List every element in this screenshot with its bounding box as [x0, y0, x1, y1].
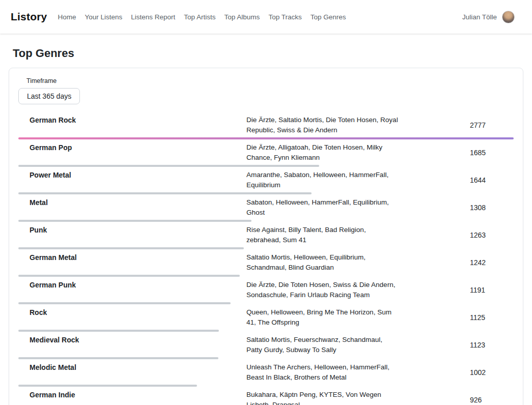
- genre-row: Power Metal Amaranthe, Sabaton, Hellowee…: [18, 167, 514, 194]
- navbar: Listory HomeYour ListensListens ReportTo…: [0, 0, 532, 34]
- genre-listen-count: 1685: [470, 149, 514, 157]
- genre-name: German Punk: [18, 280, 246, 290]
- nav-link-top-tracks[interactable]: Top Tracks: [268, 13, 301, 21]
- genre-row: Melodic Metal Unleash The Archers, Hello…: [18, 359, 514, 387]
- genre-artists: Unleash The Archers, Helloween, HammerFa…: [246, 362, 399, 383]
- genre-listen-count: 1644: [470, 176, 514, 184]
- user-menu[interactable]: Julian Tölle: [462, 11, 515, 23]
- genre-listen-count: 1308: [470, 204, 514, 212]
- genre-listen-count: 1125: [470, 313, 514, 322]
- genre-listen-count: 2777: [470, 121, 514, 129]
- nav-link-top-albums[interactable]: Top Albums: [225, 13, 260, 21]
- genre-row: German Pop Die Ärzte, Alligatoah, Die To…: [18, 139, 514, 167]
- genre-artists: Bukahara, Käptn Peng, KYTES, Von Wegen L…: [246, 390, 399, 405]
- genre-name: Rock: [18, 307, 246, 317]
- genre-artists: Die Ärzte, Die Toten Hosen, Swiss & Die …: [246, 280, 399, 300]
- nav-link-home[interactable]: Home: [58, 13, 76, 21]
- genre-listen-count: 1123: [470, 341, 514, 349]
- genre-row: Metal Sabaton, Helloween, HammerFall, Eq…: [18, 194, 514, 222]
- genre-artists: Amaranthe, Sabaton, Helloween, HammerFal…: [246, 170, 399, 190]
- genre-name: German Indie: [18, 390, 246, 400]
- user-name: Julian Tölle: [462, 13, 497, 21]
- genre-artists: Saltatio Mortis, Helloween, Equilibrium,…: [246, 252, 399, 273]
- genre-row: Rock Queen, Helloween, Bring Me The Hori…: [18, 304, 514, 332]
- user-avatar[interactable]: [502, 11, 515, 23]
- genre-row: German Metal Saltatio Mortis, Helloween,…: [18, 249, 514, 277]
- genres-table: German Rock Die Ärzte, Saltatio Mortis, …: [18, 112, 514, 405]
- brand-logo[interactable]: Listory: [11, 11, 47, 23]
- genre-artists: Queen, Helloween, Bring Me The Horizon, …: [246, 307, 399, 328]
- genre-listen-count: 1191: [470, 286, 514, 294]
- genre-listen-count: 926: [470, 396, 514, 404]
- genre-name: Melodic Metal: [18, 362, 246, 372]
- genre-artists: Saltatio Mortis, Feuerschwanz, Schandmau…: [246, 335, 399, 355]
- genre-name: German Pop: [18, 142, 246, 153]
- genre-row: Punk Rise Against, Billy Talent, Bad Rel…: [18, 222, 514, 249]
- page-title: Top Genres: [13, 47, 532, 60]
- genre-listen-count: 1002: [470, 368, 514, 377]
- genre-name: German Metal: [18, 252, 246, 263]
- genre-name: Power Metal: [18, 170, 246, 180]
- genre-row: German Indie Bukahara, Käptn Peng, KYTES…: [18, 387, 514, 405]
- genre-row: Medieval Rock Saltatio Mortis, Feuerschw…: [18, 332, 514, 359]
- genre-artists: Die Ärzte, Alligatoah, Die Toten Hosen, …: [246, 142, 399, 163]
- nav-links: HomeYour ListensListens ReportTop Artist…: [58, 13, 462, 21]
- genre-name: Metal: [18, 197, 246, 208]
- genre-row: German Rock Die Ärzte, Saltatio Mortis, …: [18, 112, 514, 139]
- nav-link-top-artists[interactable]: Top Artists: [184, 13, 215, 21]
- genre-artists: Sabaton, Helloween, HammerFall, Equilibr…: [246, 197, 399, 218]
- genre-artists: Rise Against, Billy Talent, Bad Religion…: [246, 225, 399, 245]
- nav-link-top-genres[interactable]: Top Genres: [311, 13, 346, 21]
- genre-name: German Rock: [18, 115, 246, 125]
- genre-row: German Punk Die Ärzte, Die Toten Hosen, …: [18, 277, 514, 304]
- timeframe-label: Timeframe: [26, 77, 514, 84]
- genre-name: Punk: [18, 225, 246, 235]
- genre-artists: Die Ärzte, Saltatio Mortis, Die Toten Ho…: [246, 115, 399, 135]
- nav-link-listens-report[interactable]: Listens Report: [131, 13, 175, 21]
- nav-link-your-listens[interactable]: Your Listens: [85, 13, 122, 21]
- genre-listen-count: 1263: [470, 231, 514, 239]
- genre-listen-count: 1242: [470, 258, 514, 267]
- timeframe-select-button[interactable]: Last 365 days: [18, 88, 80, 104]
- top-genres-card: Timeframe Last 365 days German Rock Die …: [9, 68, 523, 405]
- genre-name: Medieval Rock: [18, 335, 246, 345]
